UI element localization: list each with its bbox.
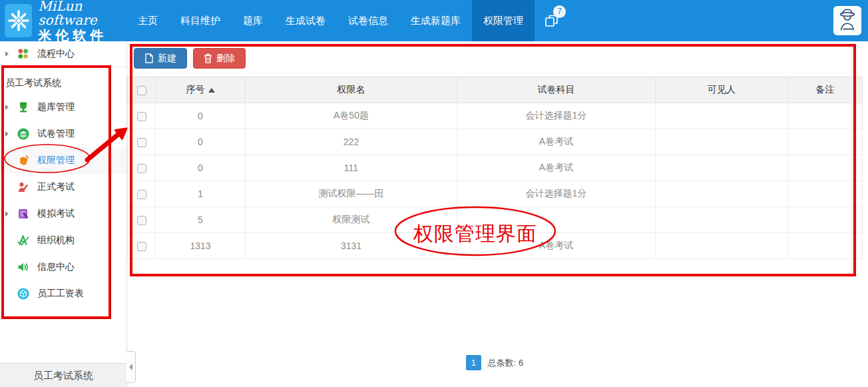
seq-cell: 1313 [156,233,246,259]
trash-icon [204,53,212,63]
expand-caret-icon [5,51,12,57]
seq-cell: 0 [156,103,246,129]
sidebar-item-paper-manage[interactable]: 试卷管理 [0,121,126,147]
brand-text: MiLun software 米伦软件 [38,0,126,43]
sidebar-item-question-bank-manage[interactable]: 题库管理 [0,94,126,121]
column-header-visible-to: 可见人 [656,77,788,103]
row-checkbox[interactable] [137,138,146,147]
visible-to-cell [656,233,788,259]
sidebar-section-title: 员工考试系统 [0,67,126,94]
nav-item-permission-manage[interactable]: 权限管理 [472,0,535,41]
sidebar-item-process-center[interactable]: 流程中心 [0,41,126,67]
avatar-sketch-icon [833,6,861,35]
messages-button[interactable]: 7 [544,0,560,41]
column-header-remark: 备注 [788,77,863,103]
row-checkbox[interactable] [137,112,146,121]
letter-a-check-icon [17,234,30,247]
visible-to-cell [656,155,788,181]
column-header-label: 序号 [186,84,205,95]
remark-cell [788,181,863,207]
page-1-button[interactable]: 1 [466,355,481,370]
select-all-cell [128,77,156,103]
permission-name-cell: A卷50题 [246,103,457,129]
examinee-icon [17,181,30,194]
sidebar-item-label: 员工工资表 [37,288,84,300]
delete-button-label: 删除 [216,53,235,65]
table-row[interactable]: 5 权限测试 [128,207,863,233]
checkbox-cell [128,233,156,259]
document-pencil-icon [17,207,30,220]
remark-cell [788,155,863,181]
sidebar-item-label: 试卷管理 [37,128,75,140]
speaker-icon [17,260,30,274]
brand-logo-icon [5,4,32,37]
table-row[interactable]: 0 A卷50题 会计选择题1分 [128,103,863,129]
checkbox-cell [128,181,156,207]
paper-subject-cell: A卷考试 [457,155,656,181]
app-window: MiLun software 米伦软件 主页 科目维护 题库 生成试卷 试卷信息… [0,0,868,387]
brand-logo[interactable]: MiLun software 米伦软件 [0,0,126,41]
row-checkbox[interactable] [137,164,146,173]
seq-cell: 1 [156,181,246,207]
new-button-label: 新建 [158,53,176,65]
column-header-paper-subject: 试卷科目 [457,77,656,103]
sidebar-item-organization[interactable]: 组织机构 [0,227,126,254]
expand-caret-icon [5,211,12,216]
left-sidebar: 流程中心 员工考试系统 题库管理 试卷管理 [0,41,126,387]
sidebar-item-info-center[interactable]: 信息中心 [0,254,126,280]
sidebar-item-label: 权限管理 [37,155,75,167]
table-row[interactable]: 1313 3131 A卷考试 [128,233,863,259]
row-checkbox[interactable] [137,216,146,225]
sidebar-collapse-handle[interactable] [126,351,136,383]
sidebar-item-payroll[interactable]: 员工工资表 [0,280,126,307]
delete-button[interactable]: 删除 [193,48,246,69]
new-button[interactable]: 新建 [134,48,187,69]
column-header-seq[interactable]: 序号 [156,77,246,103]
total-count-label: 总条数: 6 [488,357,523,369]
sidebar-item-permission-manage[interactable]: 权限管理 [0,147,126,174]
nav-item-question-bank[interactable]: 题库 [232,0,274,41]
nav-item-subject-maintain[interactable]: 科目维护 [169,0,232,41]
visible-to-cell [656,181,788,207]
nav-item-home[interactable]: 主页 [126,0,169,41]
nav-item-generate-paper[interactable]: 生成试卷 [274,0,337,41]
seq-cell: 5 [156,207,246,233]
permission-name-cell: 3131 [246,233,457,259]
nav-item-paper-info[interactable]: 试卷信息 [337,0,399,41]
sidebar-item-label: 题库管理 [37,101,75,113]
table-row[interactable]: 0 222 A卷考试 [128,129,863,155]
row-checkbox[interactable] [137,190,146,199]
sidebar-item-mock-exam[interactable]: 模拟考试 [0,200,126,227]
paper-subject-cell: A卷考试 [457,233,656,259]
table-header-row: 序号 权限名 试卷科目 可见人 备注 [128,77,863,103]
nav-item-generate-new-bank[interactable]: 生成新题库 [399,0,472,41]
user-avatar[interactable] [833,6,861,35]
checkbox-cell [128,155,156,181]
sidebar-item-label: 流程中心 [37,48,75,60]
brand-name-zh: 米伦软件 [38,29,126,43]
sidebar-item-formal-exam[interactable]: 正式考试 [0,174,126,200]
pagination: 1 总条数: 6 [127,355,862,370]
paper-subject-cell [457,207,656,233]
visible-to-cell [656,103,788,129]
trophy-icon [17,101,30,114]
sidebar-item-label: 组织机构 [37,234,75,246]
layers-circle-icon [17,127,30,141]
sidebar-footer-title: 员工考试系统 [0,363,126,387]
row-checkbox[interactable] [137,242,146,251]
visible-to-cell [656,129,788,155]
expand-caret-icon [5,105,12,110]
seq-cell: 0 [156,129,246,155]
table-row[interactable]: 0 111 A卷考试 [128,155,863,181]
paper-subject-cell: 会计选择题1分 [457,103,656,129]
table-row[interactable]: 1 测试权限——田 会计选择题1分 [128,181,863,207]
cube-circle-icon [17,287,30,300]
select-all-checkbox[interactable] [137,86,146,95]
top-header: MiLun software 米伦软件 主页 科目维护 题库 生成试卷 试卷信息… [0,0,868,41]
fist-icon [17,154,30,167]
checkbox-cell [128,129,156,155]
paper-subject-cell: A卷考试 [457,129,656,155]
permission-name-cell: 权限测试 [246,207,457,233]
checkbox-cell [128,207,156,233]
main-content: 新建 删除 序号 权限名 试卷科目 [126,41,868,387]
